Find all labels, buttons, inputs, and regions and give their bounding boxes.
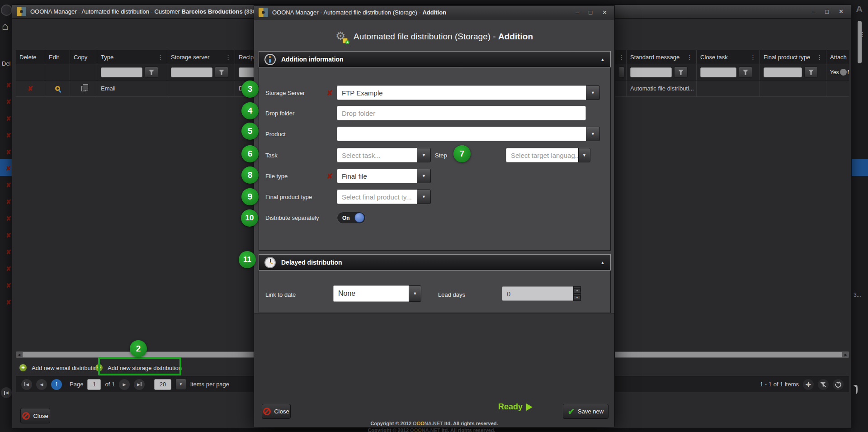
dialog-close-button[interactable]: Close <box>262 404 291 419</box>
row-delete-cell[interactable]: ✘ <box>16 81 45 96</box>
delete-row-icon[interactable]: ✘ <box>6 115 11 122</box>
lead-days-input[interactable] <box>502 286 573 301</box>
add-email-distribution-link[interactable]: + Add new email distribution <box>19 361 100 375</box>
column-menu-icon[interactable]: ⋮ <box>816 54 822 61</box>
clear-filters-button[interactable] <box>818 379 829 390</box>
filter-button-fragment[interactable] <box>619 66 624 78</box>
storage-filter-input[interactable] <box>171 67 212 77</box>
column-header-edit[interactable]: Edit <box>45 50 70 64</box>
column-header-recipient[interactable]: Recipient na <box>235 50 254 64</box>
refresh-button[interactable] <box>833 379 844 390</box>
column-menu-icon[interactable]: ⋮ <box>225 54 231 61</box>
chevron-down-icon[interactable]: ▼ <box>586 127 600 141</box>
column-header-fragment[interactable]: ⋮ <box>615 50 627 64</box>
close-screen-button[interactable]: Close <box>20 408 50 423</box>
delete-row-icon[interactable]: ✘ <box>6 215 11 222</box>
filter-button[interactable] <box>674 66 688 78</box>
delayed-distribution-section-header[interactable]: Delayed distribution ▲ <box>259 254 611 271</box>
refresh-icon[interactable] <box>856 385 858 394</box>
drop-folder-input[interactable] <box>337 106 586 120</box>
grid-data-row[interactable]: ✘ Email Distribu <box>16 81 254 97</box>
close-task-filter-input[interactable] <box>700 67 736 77</box>
delete-row-icon[interactable]: ✘ <box>6 198 11 205</box>
page-number-input[interactable] <box>87 379 101 390</box>
column-header-close-task[interactable]: Close task⋮ <box>697 50 760 64</box>
close-window-button[interactable]: ✕ <box>839 8 844 15</box>
next-page-button[interactable]: ▶ <box>119 379 130 390</box>
delete-row-icon[interactable]: ✘ <box>6 282 11 289</box>
chevron-down-icon[interactable]: ▼ <box>409 285 421 302</box>
recipient-filter-input[interactable] <box>239 67 254 77</box>
filter-button[interactable] <box>739 66 752 78</box>
spin-down-icon[interactable]: ▼ <box>573 294 581 301</box>
home-icon[interactable]: ⌂ <box>2 21 9 32</box>
minimize-button[interactable]: – <box>812 8 815 15</box>
scroll-right-icon[interactable]: ▶ <box>844 353 847 357</box>
product-select[interactable]: ▼ <box>337 127 600 141</box>
delete-row-icon[interactable]: ✘ <box>6 299 11 306</box>
collapse-icon[interactable]: ▲ <box>600 57 605 62</box>
attach-toggle-knob[interactable] <box>840 69 847 76</box>
delete-row-icon[interactable]: ✘ <box>6 181 11 189</box>
delete-row-icon[interactable]: ✘ <box>6 248 11 256</box>
storage-server-select[interactable]: FTP Example ▼ <box>337 85 600 100</box>
page-size-dropdown-button[interactable]: ▼ <box>175 379 186 390</box>
type-filter-input[interactable] <box>101 67 142 77</box>
column-header-final-product-type[interactable]: Final product type⋮ <box>760 50 826 64</box>
delete-row-icon[interactable]: ✘ <box>6 81 11 89</box>
filter-button[interactable] <box>804 66 818 78</box>
column-header-type[interactable]: Type⋮ <box>97 50 167 64</box>
column-menu-icon[interactable]: ⋮ <box>687 54 693 61</box>
last-page-button[interactable]: ▶ <box>134 379 145 390</box>
final-product-type-select[interactable]: Select final product ty... ▼ <box>337 190 431 204</box>
minimize-button[interactable]: – <box>576 9 579 16</box>
final-product-filter-input[interactable] <box>764 67 802 77</box>
delete-row-icon[interactable]: ✘ <box>6 265 11 272</box>
first-page-button[interactable]: ◀ <box>21 379 32 390</box>
delete-row-icon[interactable]: ✘ <box>6 132 11 139</box>
row-edit-cell[interactable] <box>45 81 70 96</box>
column-header-copy[interactable]: Copy <box>70 50 97 64</box>
link-to-date-select[interactable]: None ▼ <box>333 285 421 302</box>
dialog-titlebar[interactable]: OOONA Manager - Automated file distribut… <box>254 6 614 19</box>
attach-filter-no-label[interactable]: N <box>848 69 849 76</box>
close-window-button[interactable]: ✕ <box>602 9 607 16</box>
background-selected-row-fragment[interactable] <box>852 159 868 176</box>
scroll-left-icon[interactable]: ◀ <box>18 353 20 357</box>
addition-information-section-header[interactable]: Addition information ▲ <box>259 51 611 67</box>
toggle-knob[interactable] <box>354 213 364 223</box>
delete-row-icon[interactable]: ✘ <box>6 232 11 239</box>
column-menu-icon[interactable]: ⋮ <box>157 54 163 61</box>
column-header-delete[interactable]: Delete <box>16 50 45 64</box>
spin-up-icon[interactable]: ▲ <box>573 286 581 294</box>
delete-row-icon[interactable]: ✘ <box>6 148 11 156</box>
chevron-down-icon[interactable]: ▼ <box>417 169 431 183</box>
page-size-input[interactable] <box>154 379 171 390</box>
delete-row-icon[interactable]: ✘ <box>6 165 11 172</box>
maximize-button[interactable]: □ <box>589 9 592 16</box>
maximize-button[interactable]: □ <box>825 8 829 15</box>
chevron-down-icon[interactable]: ▼ <box>586 85 600 100</box>
save-new-button[interactable]: ✔ Save new <box>563 404 609 419</box>
collapse-icon[interactable]: ▲ <box>600 260 605 265</box>
distribute-separately-toggle[interactable]: On <box>337 212 366 224</box>
chevron-down-icon[interactable]: ▼ <box>417 148 431 162</box>
first-page-button-fragment[interactable]: ◀ <box>1 387 12 398</box>
step-select[interactable]: Select target languag... ▼ <box>506 148 590 162</box>
column-header-attach[interactable]: Attach <box>826 50 849 64</box>
filter-button[interactable] <box>145 66 158 78</box>
fit-columns-button[interactable]: ◀▶ <box>803 379 814 390</box>
previous-page-button[interactable]: ◀ <box>36 379 47 390</box>
background-scrollbar-fragment[interactable] <box>858 21 862 63</box>
chevron-down-icon[interactable]: ▼ <box>417 190 431 204</box>
column-menu-icon[interactable]: ⋮ <box>750 54 756 61</box>
task-select[interactable]: Select task... ▼ <box>337 148 431 162</box>
row-copy-cell[interactable] <box>70 81 97 96</box>
filter-button[interactable] <box>215 66 228 78</box>
attach-filter-yes-label[interactable]: Yes <box>830 69 839 76</box>
chevron-down-icon[interactable]: ▼ <box>578 148 590 162</box>
file-type-select[interactable]: Final file ▼ <box>337 169 431 183</box>
grid-data-row[interactable]: Automatic file distributi... <box>615 81 849 97</box>
delete-row-icon[interactable]: ✘ <box>6 98 11 105</box>
column-menu-icon[interactable]: ⋮ <box>618 54 624 61</box>
